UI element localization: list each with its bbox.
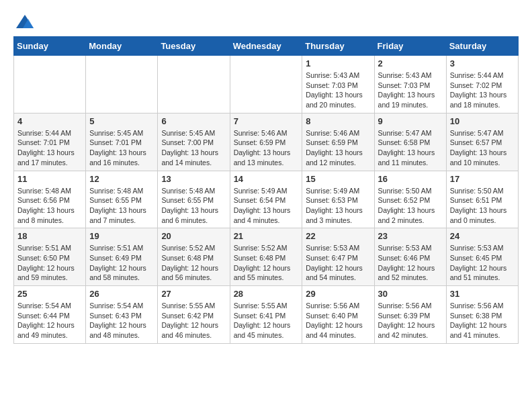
day-number: 5 bbox=[89, 116, 154, 126]
day-number: 25 bbox=[17, 289, 82, 299]
day-cell: 31Sunrise: 5:56 AM Sunset: 6:38 PM Dayli… bbox=[446, 286, 518, 344]
day-info: Sunrise: 5:55 AM Sunset: 6:41 PM Dayligh… bbox=[234, 301, 299, 340]
day-info: Sunrise: 5:49 AM Sunset: 6:53 PM Dayligh… bbox=[306, 186, 370, 226]
day-header-wednesday: Wednesday bbox=[230, 37, 302, 56]
day-number: 15 bbox=[306, 174, 370, 184]
day-cell: 10Sunrise: 5:47 AM Sunset: 6:57 PM Dayli… bbox=[446, 113, 518, 171]
day-number: 21 bbox=[234, 231, 299, 241]
day-number: 3 bbox=[450, 58, 515, 68]
day-cell: 25Sunrise: 5:54 AM Sunset: 6:44 PM Dayli… bbox=[14, 286, 86, 344]
day-info: Sunrise: 5:48 AM Sunset: 6:55 PM Dayligh… bbox=[89, 186, 154, 226]
day-number: 11 bbox=[17, 174, 82, 184]
day-cell: 21Sunrise: 5:52 AM Sunset: 6:48 PM Dayli… bbox=[230, 228, 302, 286]
day-cell bbox=[158, 56, 230, 113]
day-number: 4 bbox=[17, 116, 82, 126]
day-number: 8 bbox=[306, 116, 370, 126]
day-info: Sunrise: 5:44 AM Sunset: 7:01 PM Dayligh… bbox=[17, 128, 82, 168]
day-number: 22 bbox=[306, 231, 370, 241]
day-info: Sunrise: 5:47 AM Sunset: 6:58 PM Dayligh… bbox=[378, 128, 443, 168]
day-info: Sunrise: 5:51 AM Sunset: 6:49 PM Dayligh… bbox=[89, 243, 154, 283]
day-number: 10 bbox=[450, 116, 515, 126]
day-cell bbox=[230, 56, 302, 113]
day-info: Sunrise: 5:54 AM Sunset: 6:43 PM Dayligh… bbox=[89, 301, 154, 340]
day-cell: 9Sunrise: 5:47 AM Sunset: 6:58 PM Daylig… bbox=[374, 113, 446, 171]
day-cell: 16Sunrise: 5:50 AM Sunset: 6:52 PM Dayli… bbox=[374, 171, 446, 228]
day-number: 20 bbox=[161, 231, 226, 241]
day-cell: 13Sunrise: 5:48 AM Sunset: 6:55 PM Dayli… bbox=[158, 171, 230, 228]
day-number: 18 bbox=[17, 231, 82, 241]
day-info: Sunrise: 5:53 AM Sunset: 6:47 PM Dayligh… bbox=[306, 243, 370, 283]
day-info: Sunrise: 5:54 AM Sunset: 6:44 PM Dayligh… bbox=[17, 301, 82, 340]
day-info: Sunrise: 5:53 AM Sunset: 6:45 PM Dayligh… bbox=[450, 243, 515, 283]
day-cell: 19Sunrise: 5:51 AM Sunset: 6:49 PM Dayli… bbox=[86, 228, 158, 286]
day-info: Sunrise: 5:44 AM Sunset: 7:02 PM Dayligh… bbox=[450, 71, 515, 110]
day-number: 17 bbox=[450, 174, 515, 184]
day-cell: 27Sunrise: 5:55 AM Sunset: 6:42 PM Dayli… bbox=[158, 286, 230, 344]
week-row-5: 25Sunrise: 5:54 AM Sunset: 6:44 PM Dayli… bbox=[14, 286, 519, 344]
day-cell: 22Sunrise: 5:53 AM Sunset: 6:47 PM Dayli… bbox=[302, 228, 374, 286]
day-cell: 23Sunrise: 5:53 AM Sunset: 6:46 PM Dayli… bbox=[374, 228, 446, 286]
logo bbox=[13, 13, 36, 30]
calendar-table: SundayMondayTuesdayWednesdayThursdayFrid… bbox=[13, 36, 519, 344]
day-info: Sunrise: 5:45 AM Sunset: 7:01 PM Dayligh… bbox=[89, 128, 154, 168]
day-info: Sunrise: 5:56 AM Sunset: 6:39 PM Dayligh… bbox=[378, 301, 443, 340]
day-info: Sunrise: 5:48 AM Sunset: 6:56 PM Dayligh… bbox=[17, 186, 82, 226]
day-number: 9 bbox=[378, 116, 443, 126]
day-info: Sunrise: 5:50 AM Sunset: 6:52 PM Dayligh… bbox=[378, 186, 443, 226]
day-cell: 20Sunrise: 5:52 AM Sunset: 6:48 PM Dayli… bbox=[158, 228, 230, 286]
day-info: Sunrise: 5:49 AM Sunset: 6:54 PM Dayligh… bbox=[234, 186, 299, 226]
day-info: Sunrise: 5:43 AM Sunset: 7:03 PM Dayligh… bbox=[306, 71, 370, 110]
day-cell bbox=[14, 56, 86, 113]
week-row-3: 11Sunrise: 5:48 AM Sunset: 6:56 PM Dayli… bbox=[14, 171, 519, 228]
day-cell: 15Sunrise: 5:49 AM Sunset: 6:53 PM Dayli… bbox=[302, 171, 374, 228]
day-info: Sunrise: 5:56 AM Sunset: 6:40 PM Dayligh… bbox=[306, 301, 370, 340]
day-info: Sunrise: 5:52 AM Sunset: 6:48 PM Dayligh… bbox=[161, 243, 226, 283]
day-cell: 14Sunrise: 5:49 AM Sunset: 6:54 PM Dayli… bbox=[230, 171, 302, 228]
day-info: Sunrise: 5:55 AM Sunset: 6:42 PM Dayligh… bbox=[161, 301, 226, 340]
day-info: Sunrise: 5:56 AM Sunset: 6:38 PM Dayligh… bbox=[450, 301, 515, 340]
day-cell: 3Sunrise: 5:44 AM Sunset: 7:02 PM Daylig… bbox=[446, 56, 518, 113]
day-number: 23 bbox=[378, 231, 443, 241]
day-number: 1 bbox=[306, 58, 370, 68]
day-header-thursday: Thursday bbox=[302, 37, 374, 56]
day-header-friday: Friday bbox=[374, 37, 446, 56]
week-row-2: 4Sunrise: 5:44 AM Sunset: 7:01 PM Daylig… bbox=[14, 113, 519, 171]
day-number: 12 bbox=[89, 174, 154, 184]
day-cell: 2Sunrise: 5:43 AM Sunset: 7:03 PM Daylig… bbox=[374, 56, 446, 113]
day-info: Sunrise: 5:50 AM Sunset: 6:51 PM Dayligh… bbox=[450, 186, 515, 226]
day-number: 24 bbox=[450, 231, 515, 241]
day-info: Sunrise: 5:46 AM Sunset: 6:59 PM Dayligh… bbox=[306, 128, 370, 168]
day-number: 13 bbox=[161, 174, 226, 184]
day-number: 6 bbox=[161, 116, 226, 126]
day-number: 19 bbox=[89, 231, 154, 241]
day-cell: 26Sunrise: 5:54 AM Sunset: 6:43 PM Dayli… bbox=[86, 286, 158, 344]
day-cell: 8Sunrise: 5:46 AM Sunset: 6:59 PM Daylig… bbox=[302, 113, 374, 171]
day-number: 31 bbox=[450, 289, 515, 299]
day-cell: 4Sunrise: 5:44 AM Sunset: 7:01 PM Daylig… bbox=[14, 113, 86, 171]
day-info: Sunrise: 5:46 AM Sunset: 6:59 PM Dayligh… bbox=[234, 128, 299, 168]
day-number: 30 bbox=[378, 289, 443, 299]
day-header-monday: Monday bbox=[86, 37, 158, 56]
day-number: 2 bbox=[378, 58, 443, 68]
day-number: 14 bbox=[234, 174, 299, 184]
day-number: 7 bbox=[234, 116, 299, 126]
day-cell bbox=[86, 56, 158, 113]
week-row-4: 18Sunrise: 5:51 AM Sunset: 6:50 PM Dayli… bbox=[14, 228, 519, 286]
logo-icon bbox=[15, 13, 35, 30]
day-cell: 17Sunrise: 5:50 AM Sunset: 6:51 PM Dayli… bbox=[446, 171, 518, 228]
day-info: Sunrise: 5:45 AM Sunset: 7:00 PM Dayligh… bbox=[161, 128, 226, 168]
day-cell: 24Sunrise: 5:53 AM Sunset: 6:45 PM Dayli… bbox=[446, 228, 518, 286]
day-number: 16 bbox=[378, 174, 443, 184]
day-cell: 11Sunrise: 5:48 AM Sunset: 6:56 PM Dayli… bbox=[14, 171, 86, 228]
day-cell: 29Sunrise: 5:56 AM Sunset: 6:40 PM Dayli… bbox=[302, 286, 374, 344]
day-header-tuesday: Tuesday bbox=[158, 37, 230, 56]
day-header-saturday: Saturday bbox=[446, 37, 518, 56]
day-info: Sunrise: 5:53 AM Sunset: 6:46 PM Dayligh… bbox=[378, 243, 443, 283]
day-info: Sunrise: 5:52 AM Sunset: 6:48 PM Dayligh… bbox=[234, 243, 299, 283]
day-cell: 12Sunrise: 5:48 AM Sunset: 6:55 PM Dayli… bbox=[86, 171, 158, 228]
day-number: 29 bbox=[306, 289, 370, 299]
day-header-sunday: Sunday bbox=[14, 37, 86, 56]
day-info: Sunrise: 5:43 AM Sunset: 7:03 PM Dayligh… bbox=[378, 71, 443, 110]
day-number: 26 bbox=[89, 289, 154, 299]
day-cell: 18Sunrise: 5:51 AM Sunset: 6:50 PM Dayli… bbox=[14, 228, 86, 286]
